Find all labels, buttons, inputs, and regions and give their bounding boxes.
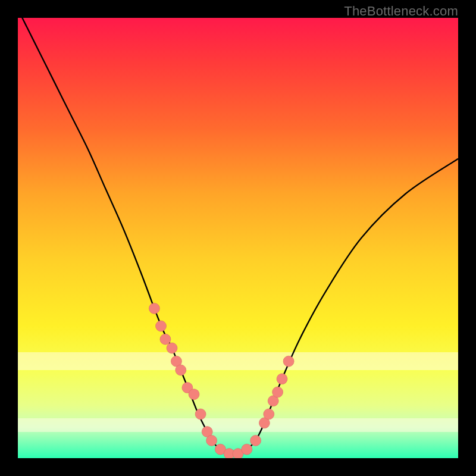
data-marker <box>250 435 261 446</box>
data-marker <box>273 387 283 397</box>
attribution-label: TheBottleneck.com <box>344 4 458 19</box>
data-marker <box>160 334 171 345</box>
marker-cluster-left <box>149 303 212 437</box>
data-marker <box>277 374 287 384</box>
bottleneck-curve <box>18 18 458 454</box>
data-marker <box>283 356 294 367</box>
data-marker <box>189 389 199 400</box>
data-marker <box>156 321 167 331</box>
data-marker <box>176 365 186 375</box>
plot-area <box>18 18 458 458</box>
data-marker <box>149 303 159 314</box>
marker-cluster-valley <box>206 435 261 458</box>
data-marker <box>167 343 177 353</box>
chart-frame: TheBottleneck.com <box>0 0 476 476</box>
chart-svg <box>18 18 458 458</box>
data-marker <box>242 444 252 455</box>
marker-cluster-right <box>259 356 294 428</box>
data-marker <box>206 435 217 446</box>
data-marker <box>195 409 206 419</box>
data-marker <box>264 409 274 419</box>
